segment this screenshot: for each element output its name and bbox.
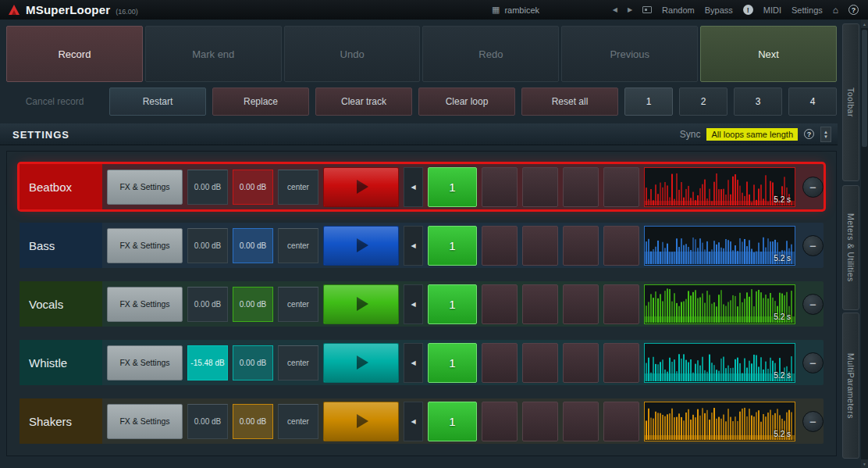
loop-volume-field[interactable]: 0.00 dB <box>233 228 273 263</box>
loop-slot-4[interactable] <box>563 284 599 324</box>
track-name[interactable]: Bass <box>20 223 102 268</box>
loop-select-3[interactable]: 3 <box>734 88 782 116</box>
loop-volume-field[interactable]: 0.00 dB <box>233 287 273 322</box>
record-button[interactable]: Record <box>6 26 143 82</box>
replace-button[interactable]: Replace <box>212 88 309 116</box>
collapse-track-button[interactable]: − <box>802 294 824 315</box>
clear-track-button[interactable]: Clear track <box>315 88 412 116</box>
loop-slot-1[interactable]: 1 <box>428 284 477 324</box>
next-preset-icon[interactable]: ▶ <box>628 6 632 13</box>
rewind-button[interactable]: ◀ <box>404 226 423 266</box>
collapse-track-button[interactable]: − <box>802 235 824 256</box>
loop-slot-5[interactable] <box>603 402 639 441</box>
loop-slot-2[interactable] <box>482 284 518 324</box>
track-name[interactable]: Vocals <box>20 281 102 327</box>
waveform-display[interactable]: 5.2 s <box>644 343 795 383</box>
loop-slot-2[interactable] <box>482 226 518 266</box>
loop-volume-field[interactable]: 0.00 dB <box>233 404 273 439</box>
loop-select-2[interactable]: 2 <box>679 88 727 116</box>
pan-field[interactable]: center <box>278 228 318 263</box>
stepper-down-icon[interactable]: ▼ <box>824 134 828 139</box>
loop-slot-4[interactable] <box>563 226 599 266</box>
bypass-button[interactable]: Bypass <box>705 5 733 15</box>
collapse-track-button[interactable]: − <box>802 411 824 432</box>
track-volume-field[interactable]: 0.00 dB <box>187 287 228 322</box>
info-icon[interactable]: ! <box>743 5 753 15</box>
scroll-down-icon[interactable]: ▼ <box>861 459 868 468</box>
track-volume-field[interactable]: 0.00 dB <box>187 228 228 263</box>
loop-slot-1[interactable]: 1 <box>428 402 477 441</box>
loop-slot-1[interactable]: 1 <box>428 167 477 207</box>
loop-volume-field[interactable]: 0.00 dB <box>233 345 273 380</box>
sidebar-panel-meters-utilities[interactable]: Meters & Utilities <box>842 185 859 310</box>
settings-button[interactable]: Settings <box>792 5 823 15</box>
pan-field[interactable]: center <box>278 404 318 439</box>
loop-slot-5[interactable] <box>603 167 639 207</box>
mark-end-button[interactable]: Mark end <box>145 26 282 82</box>
random-button[interactable]: Random <box>662 5 695 15</box>
play-button[interactable] <box>323 402 399 441</box>
play-button[interactable] <box>323 343 399 383</box>
rewind-button[interactable]: ◀ <box>404 284 423 324</box>
fx-settings-button[interactable]: FX & Settings <box>107 345 183 380</box>
sync-help-icon[interactable]: ? <box>804 129 814 139</box>
pan-field[interactable]: center <box>278 345 318 380</box>
restart-button[interactable]: Restart <box>109 88 206 116</box>
loop-select-4[interactable]: 4 <box>788 88 837 116</box>
play-button[interactable] <box>323 167 399 207</box>
fx-settings-button[interactable]: FX & Settings <box>107 287 183 322</box>
loop-slot-4[interactable] <box>563 343 599 383</box>
undo-button[interactable]: Undo <box>284 26 421 82</box>
loop-slot-3[interactable] <box>522 167 558 207</box>
collapse-track-button[interactable]: − <box>802 352 824 373</box>
rewind-button[interactable]: ◀ <box>404 343 423 383</box>
redo-button[interactable]: Redo <box>422 26 559 82</box>
loop-slot-3[interactable] <box>522 402 558 441</box>
track-volume-field[interactable]: 0.00 dB <box>187 170 228 205</box>
monitor-icon[interactable] <box>642 6 652 13</box>
scrollbar-thumb[interactable] <box>862 30 867 147</box>
reset-all-button[interactable]: Reset all <box>521 88 618 116</box>
loop-slot-1[interactable]: 1 <box>428 226 477 266</box>
sidebar-panel-toolbar[interactable]: Toolbar <box>842 23 859 181</box>
help-icon[interactable]: ? <box>848 5 859 15</box>
loop-slot-5[interactable] <box>603 226 639 266</box>
waveform-display[interactable]: 5.2 s <box>644 226 795 266</box>
collapse-track-button[interactable]: − <box>802 177 824 198</box>
sync-stepper[interactable]: ▲ ▼ <box>820 127 831 142</box>
sidebar-panel-multiparameters[interactable]: MultiParameters <box>842 313 859 459</box>
rewind-button[interactable]: ◀ <box>404 402 423 441</box>
loop-slot-5[interactable] <box>603 284 639 324</box>
loop-slot-2[interactable] <box>482 167 518 207</box>
track-name[interactable]: Beatbox <box>20 164 102 209</box>
sync-mode-select[interactable]: All loops same length <box>706 128 798 141</box>
vertical-scrollbar[interactable]: ▲ ▼ <box>861 20 868 468</box>
fx-settings-button[interactable]: FX & Settings <box>107 228 183 263</box>
midi-button[interactable]: MIDI <box>763 5 781 15</box>
cancel-record-button[interactable]: Cancel record <box>6 88 103 116</box>
pan-field[interactable]: center <box>278 287 318 322</box>
track-volume-field[interactable]: 0.00 dB <box>187 404 228 439</box>
waveform-display[interactable]: 5.2 s <box>644 167 795 207</box>
loop-slot-1[interactable]: 1 <box>428 343 477 383</box>
play-button[interactable] <box>323 284 399 324</box>
loop-volume-field[interactable]: 0.00 dB <box>233 170 273 205</box>
rewind-button[interactable]: ◀ <box>404 167 423 207</box>
track-name[interactable]: Whistle <box>20 340 102 385</box>
track-volume-field[interactable]: -15.48 dB <box>187 345 228 380</box>
previous-preset-icon[interactable]: ◀ <box>613 6 617 13</box>
loop-slot-3[interactable] <box>522 284 558 324</box>
home-icon[interactable]: ⌂ <box>833 5 838 16</box>
loop-slot-2[interactable] <box>482 343 518 383</box>
previous-button[interactable]: Previous <box>561 26 698 82</box>
clear-loop-button[interactable]: Clear loop <box>418 88 515 116</box>
next-button[interactable]: Next <box>700 26 837 82</box>
loop-slot-5[interactable] <box>603 343 639 383</box>
waveform-display[interactable]: 5.2 s <box>644 402 795 441</box>
play-button[interactable] <box>323 226 399 266</box>
preset-selector[interactable]: ▦ rambicek <box>492 0 539 20</box>
loop-slot-3[interactable] <box>522 226 558 266</box>
loop-slot-4[interactable] <box>563 167 599 207</box>
loop-select-1[interactable]: 1 <box>624 88 673 116</box>
loop-slot-3[interactable] <box>522 343 558 383</box>
